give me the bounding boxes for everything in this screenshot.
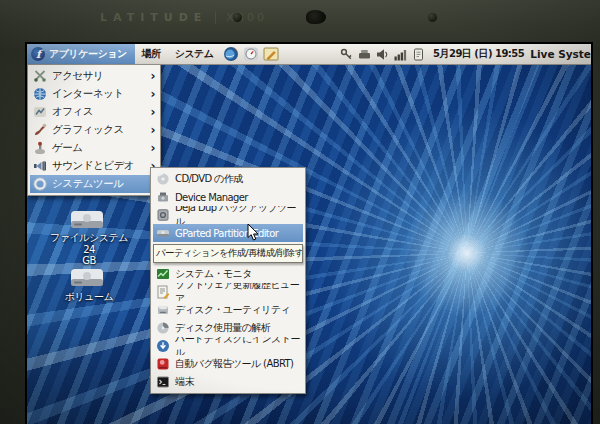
submenu-arrow-icon: ›: [151, 142, 155, 154]
update-history-icon: [156, 285, 170, 299]
submenu-item-gparted[interactable]: GParted Partition Editor: [153, 224, 303, 242]
disk-usage-icon: [156, 321, 170, 335]
menu-item-label: グラフィックス: [52, 123, 124, 137]
session-user-label[interactable]: Live Syste: [530, 48, 591, 60]
submenu-item-terminal[interactable]: 端末: [153, 373, 303, 391]
menu-item-office[interactable]: オフィス ›: [30, 103, 158, 121]
bezel-brand: LATITUDE: [100, 11, 207, 24]
accessories-icon: [33, 69, 47, 83]
submenu-item-label: GParted Partition Editor: [175, 228, 278, 239]
system-tools-icon: [33, 177, 47, 191]
laptop-photo: LATITUDEX300 f アプリケーション 場所 システム: [0, 0, 600, 424]
bug-report-icon: [156, 357, 170, 371]
submenu-item-dejadup-backup[interactable]: Déjà Dup バックアップツール: [153, 206, 303, 224]
office-icon: [33, 105, 47, 119]
desktop-icon-filesystem[interactable]: [69, 208, 105, 234]
bezel-bump: [233, 13, 242, 22]
device-manager-icon: [156, 190, 170, 204]
submenu-item-label: ディスク・ユーティリティ: [175, 303, 290, 317]
submenu-item-label: ソフトウェア更新履歴ビューア: [175, 283, 300, 301]
submenu-item-abrt[interactable]: 自動バグ報告ツール (ABRT): [153, 355, 303, 373]
submenu-arrow-icon: ›: [151, 124, 155, 136]
submenu-item-software-update-history[interactable]: ソフトウェア更新履歴ビューア: [153, 283, 303, 301]
menu-item-label: アクセサリ: [52, 69, 103, 83]
menu-item-system-tools[interactable]: システムツール ›: [30, 175, 158, 193]
label-line: GB: [43, 255, 135, 267]
key-icon[interactable]: [340, 48, 353, 61]
submenu-item-disk-usage-analyzer[interactable]: ディスク使用量の解析: [153, 319, 303, 337]
system-menu-button[interactable]: システム: [168, 47, 221, 61]
menu-item-label: サウンドとビデオ: [52, 159, 134, 173]
applications-menu-button[interactable]: f アプリケーション: [27, 44, 135, 64]
submenu-item-label: 自動バグ報告ツール (ABRT): [175, 357, 293, 371]
submenu-item-cd-dvd-creator[interactable]: CD/DVD の作成: [153, 170, 303, 188]
battery-icon[interactable]: [412, 48, 425, 61]
applications-menu-label: アプリケーション: [49, 47, 127, 61]
submenu-item-disk-utility[interactable]: ディスク・ユーティリティ: [153, 301, 303, 319]
volume-icon[interactable]: [376, 48, 389, 61]
install-to-disk-icon: [156, 339, 170, 353]
submenu-arrow-icon: ›: [151, 106, 155, 118]
submenu-item-install-to-hard-disk[interactable]: ハードディスクにインストール: [153, 337, 303, 355]
desktop-icon-volume-label[interactable]: ボリューム: [43, 291, 135, 303]
menu-item-label: システムツール: [52, 177, 123, 191]
menu-item-label: オフィス: [52, 105, 93, 119]
system-tray: [340, 48, 425, 61]
submenu-item-label: CD/DVD の作成: [175, 172, 243, 186]
menu-item-internet[interactable]: インターネット ›: [30, 85, 158, 103]
menu-item-games[interactable]: ゲーム ›: [30, 139, 158, 157]
submenu-item-label: 端末: [175, 375, 194, 389]
menu-item-label: インターネット: [52, 87, 123, 101]
fedora-logo-icon: f: [31, 47, 45, 61]
network-signal-icon[interactable]: [394, 48, 407, 61]
cd-burn-icon: [156, 172, 170, 186]
submenu-item-label: ハードディスクにインストール: [175, 337, 300, 355]
system-monitor-icon: [156, 267, 170, 281]
screen: f アプリケーション 場所 システム: [25, 42, 593, 424]
gparted-tooltip: パーティションを作成/再構成/削除する: [153, 244, 303, 263]
globe-icon: [33, 87, 47, 101]
terminal-icon: [156, 375, 170, 389]
mouse-cursor: [247, 223, 260, 246]
disk-utility-icon: [156, 303, 170, 317]
safe-icon: [156, 208, 170, 222]
system-gauge-launcher-icon[interactable]: [243, 46, 259, 62]
submenu-item-system-monitor[interactable]: システム・モニタ: [153, 265, 303, 283]
desktop-icon-volume[interactable]: [69, 266, 105, 292]
submenu-item-label: Déjà Dup バックアップツール: [175, 206, 300, 224]
menu-item-label: ゲーム: [52, 141, 83, 155]
system-tools-submenu: CD/DVD の作成 Device Manager Déjà Dup バックアッ…: [150, 167, 306, 394]
joystick-icon: [33, 141, 47, 155]
menu-item-sound-video[interactable]: サウンドとビデオ ›: [30, 157, 158, 175]
screen-latch: [306, 10, 326, 24]
bezel-bump: [428, 13, 437, 22]
sound-video-icon: [33, 159, 47, 173]
menu-item-accessories[interactable]: アクセサリ ›: [30, 67, 158, 85]
label-line: ファイルシステム 24: [43, 232, 135, 255]
submenu-arrow-icon: ›: [151, 88, 155, 100]
printer-icon[interactable]: [358, 48, 371, 61]
firefox-launcher-icon[interactable]: [223, 46, 239, 62]
top-panel: f アプリケーション 場所 システム: [27, 44, 591, 65]
paintbrush-icon: [33, 123, 47, 137]
label-line: ボリューム: [43, 291, 135, 303]
text-editor-launcher-icon[interactable]: [263, 46, 279, 62]
applications-menu: アクセサリ › インターネット › オフィス › グラフィックス › ゲーム: [27, 64, 161, 196]
desktop-icon-filesystem-label[interactable]: ファイルシステム 24 GB: [43, 232, 135, 267]
panel-clock[interactable]: 5月29日 (日) 19:55: [433, 47, 524, 61]
hard-drive-icon: [156, 226, 170, 240]
submenu-item-label: システム・モニタ: [175, 267, 252, 281]
submenu-item-label: ディスク使用量の解析: [175, 321, 270, 335]
submenu-item-device-manager[interactable]: Device Manager: [153, 188, 303, 206]
places-menu-button[interactable]: 場所: [135, 47, 168, 61]
submenu-item-label: Device Manager: [175, 192, 248, 203]
submenu-arrow-icon: ›: [151, 70, 155, 82]
menu-item-graphics[interactable]: グラフィックス ›: [30, 121, 158, 139]
